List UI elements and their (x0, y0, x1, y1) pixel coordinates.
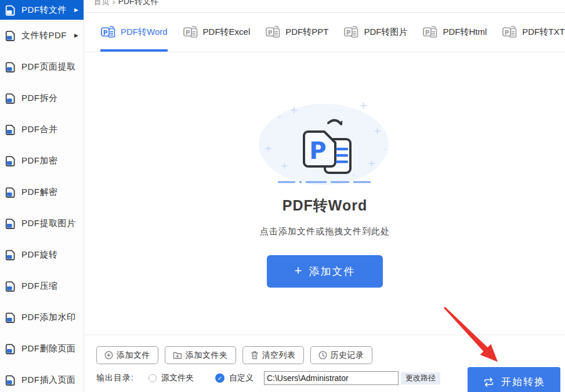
sidebar-item-pdf-extract-image[interactable]: PDF提取图片 (0, 208, 84, 239)
svg-text:P: P (346, 29, 351, 36)
page-title: PDF转Word (282, 196, 367, 215)
tab-pdf-to-image[interactable]: PPDF转图片 (343, 13, 407, 52)
svg-text:P: P (185, 29, 190, 36)
sidebar-item-pdf-delete-pages[interactable]: PDF删除页面 (0, 333, 84, 364)
sidebar-item-pdf-rotate[interactable]: PDF旋转 (0, 239, 84, 270)
sidebar-item-label: PDF转文件 (21, 5, 67, 16)
svg-text:P: P (309, 137, 326, 164)
folder-plus-icon (173, 351, 182, 360)
sidebar-item-pdf-compress[interactable]: PDF压缩 (0, 270, 84, 302)
breadcrumb-separator-icon: › (113, 0, 115, 6)
tool-button-label: 历史记录 (331, 350, 364, 361)
breadcrumb-current: PDF转文件 (118, 0, 159, 7)
radio-checked-icon: ✓ (215, 373, 224, 383)
bottom-panel: 添加文件添加文件夹清空列表历史记录 输出目录: 源文件夹 ✓ 自定义 更改路径 (85, 346, 565, 392)
sidebar-item-label: 文件转PDF (21, 30, 67, 41)
radio-custom-path[interactable]: ✓ 自定义 (215, 373, 253, 383)
sidebar: PDF转文件▶ 文件转PDF▶ PDF页面提取 PDF拆分 PDF合并 PDF加… (0, 0, 84, 392)
sidebar-item-label: PDF拆分 (21, 93, 58, 104)
tab-pdf-to-txt[interactable]: PPDF转TXT (502, 13, 564, 52)
tab-label: PDF转图片 (364, 27, 407, 38)
tool-button-label: 添加文件夹 (186, 350, 228, 361)
sidebar-item-label: PDF页面提取 (21, 61, 76, 72)
pdf-extract-image-icon (5, 217, 17, 230)
drop-hint-text: 点击添加文件或拖拽文件到此处 (260, 226, 390, 237)
breadcrumb-home[interactable]: 首页 (93, 0, 110, 7)
add-files-button[interactable]: + 添加文件 (267, 255, 383, 288)
plus-icon: + (295, 263, 303, 278)
pdf-to-file-icon (5, 4, 17, 16)
radio-custom-path-label: 自定义 (229, 373, 253, 383)
tab-label: PDF转TXT (522, 27, 564, 38)
add-folder-button[interactable]: 添加文件夹 (165, 346, 236, 364)
tool-button-label: 清空列表 (262, 350, 296, 361)
pdf-insert-pages-icon (5, 374, 17, 386)
pdf-to-excel-icon: P (183, 25, 199, 39)
sidebar-item-pdf-split[interactable]: PDF拆分 (0, 82, 84, 114)
sidebar-item-pdf-watermark[interactable]: PDF添加水印 (0, 302, 84, 333)
trash-icon (251, 351, 259, 360)
breadcrumb: 首页 › PDF转文件 (85, 0, 565, 13)
pdf-decrypt-icon (5, 186, 17, 198)
circle-plus-icon (104, 351, 113, 360)
tool-button-label: 添加文件 (117, 350, 150, 361)
radio-source-folder[interactable]: 源文件夹 (149, 373, 194, 383)
radio-unchecked-icon (149, 374, 157, 382)
pdf-compress-icon (5, 280, 17, 292)
file-toolbar: 添加文件添加文件夹清空列表历史记录 (96, 346, 565, 364)
sidebar-item-label: PDF提取图片 (21, 218, 76, 229)
pdf-encrypt-icon (5, 155, 17, 167)
pdf-convert-illustration: P (256, 101, 393, 191)
change-path-button[interactable]: 更改路径 (401, 372, 440, 384)
sidebar-menu: PDF转文件▶ 文件转PDF▶ PDF页面提取 PDF拆分 PDF合并 PDF加… (0, 0, 84, 392)
output-path-input[interactable] (264, 371, 399, 385)
sidebar-item-pdf-insert-pages[interactable]: PDF插入页面 (0, 364, 84, 392)
tab-label: PDF转Html (443, 27, 487, 38)
tab-pdf-to-excel[interactable]: PPDF转Excel (183, 13, 251, 52)
sidebar-item-pdf-encrypt[interactable]: PDF加密 (0, 145, 84, 176)
add-files-button[interactable]: 添加文件 (96, 346, 158, 364)
sidebar-item-label: PDF压缩 (21, 281, 58, 292)
tab-pdf-to-ppt[interactable]: PPDF转PPT (265, 13, 328, 52)
pdf-to-word-icon: P (100, 25, 117, 39)
content-area: 首页 › PDF转文件 PPDF转Word PPDF转Excel PPDF转PP… (85, 0, 565, 392)
output-dir-label: 输出目录: (96, 373, 134, 383)
pdf-page-extract-icon (5, 61, 17, 73)
history-button[interactable]: 历史记录 (310, 346, 372, 364)
svg-text:P: P (268, 29, 273, 36)
submenu-arrow-icon: ▶ (74, 7, 78, 13)
start-convert-label: 开始转换 (501, 375, 545, 389)
pdf-rotate-icon (5, 249, 17, 261)
sidebar-item-label: PDF合并 (21, 124, 58, 135)
file-drop-zone[interactable]: P PDF转Word 点击添加文件或拖拽文件到此处 + 添加文件 (85, 52, 565, 335)
clear-list-button[interactable]: 清空列表 (242, 346, 304, 364)
sidebar-item-label: PDF解密 (21, 187, 58, 198)
sidebar-item-pdf-decrypt[interactable]: PDF解密 (0, 176, 84, 208)
pdf-watermark-icon (5, 311, 17, 324)
convert-loop-icon (483, 377, 495, 387)
tab-pdf-to-html[interactable]: PPDF转Html (422, 13, 487, 52)
sidebar-item-pdf-page-extract[interactable]: PDF页面提取 (0, 51, 84, 82)
sidebar-item-label: PDF旋转 (21, 249, 58, 260)
tab-label: PDF转PPT (285, 27, 328, 38)
pdf-to-image-icon: P (343, 25, 360, 39)
tab-bar: PPDF转Word PPDF转Excel PPDF转PPT PPDF转图片 PP… (85, 13, 565, 52)
pdf-delete-pages-icon (5, 343, 17, 355)
dashed-divider (278, 181, 372, 183)
pdf-to-txt-icon: P (502, 25, 518, 39)
svg-text:P: P (425, 29, 430, 36)
pdf-merge-icon (5, 124, 17, 136)
sidebar-item-file-to-pdf[interactable]: 文件转PDF▶ (0, 20, 84, 51)
sidebar-item-pdf-to-file[interactable]: PDF转文件▶ (0, 0, 84, 20)
tab-pdf-to-word[interactable]: PPDF转Word (100, 13, 168, 52)
submenu-arrow-icon: ▶ (74, 32, 78, 38)
pdf-to-ppt-icon: P (265, 25, 281, 39)
pdf-split-icon (5, 92, 17, 104)
sidebar-item-pdf-merge[interactable]: PDF合并 (0, 114, 84, 145)
svg-text:P: P (505, 29, 509, 36)
add-files-button-label: 添加文件 (309, 264, 355, 278)
clock-icon (318, 351, 327, 360)
start-convert-button[interactable]: 开始转换 (468, 367, 560, 392)
file-to-pdf-icon (5, 30, 17, 42)
sidebar-item-label: PDF加密 (21, 155, 58, 166)
